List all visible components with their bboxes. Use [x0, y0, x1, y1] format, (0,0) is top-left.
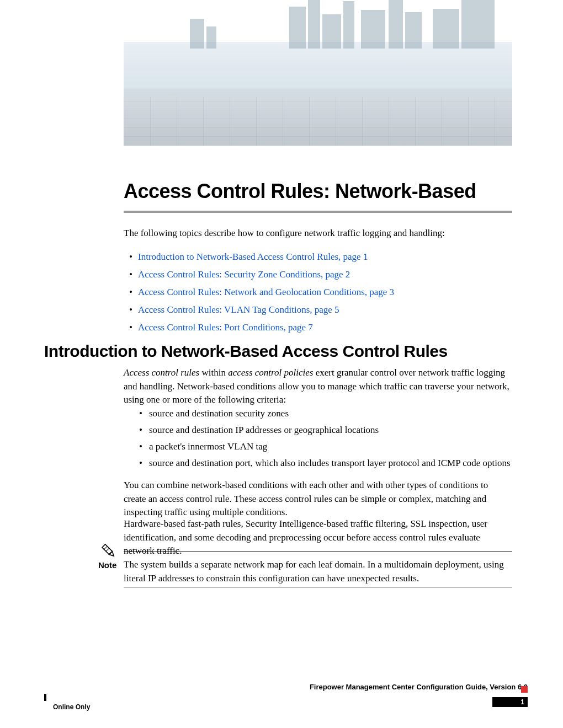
banner-building	[389, 0, 403, 49]
body-paragraph: Access control rules within access contr…	[124, 366, 512, 407]
note-pencil-icon	[100, 543, 117, 559]
intro-text: The following topics describe how to con…	[124, 227, 512, 240]
banner-building	[461, 0, 495, 49]
criteria-item: a packet's innermost VLAN tag	[139, 441, 512, 452]
toc-item: Introduction to Network-Based Access Con…	[124, 251, 512, 263]
page-number: 1	[492, 697, 528, 707]
section-heading: Introduction to Network-Based Access Con…	[44, 342, 512, 361]
note-rule	[124, 552, 512, 552]
body-italic: Access control rules	[124, 367, 199, 378]
footer-left-text: Online Only	[53, 703, 90, 711]
note-rule	[124, 587, 512, 587]
banner-ground	[124, 97, 512, 146]
footer-doc-title: Firepower Management Center Configuratio…	[310, 683, 528, 691]
body-paragraph: You can combine network-based conditions…	[124, 479, 512, 520]
banner-building	[289, 7, 306, 49]
title-block: Access Control Rules: Network-Based	[124, 180, 512, 213]
banner-building	[190, 19, 204, 49]
banner-image	[124, 42, 512, 146]
footer-tick	[44, 694, 46, 701]
banner-building	[405, 12, 422, 49]
title-rule	[124, 211, 512, 213]
criteria-item: source and destination security zones	[139, 408, 512, 419]
svg-marker-1	[109, 552, 115, 558]
body-italic: access control policies	[228, 367, 313, 378]
criteria-list: source and destination security zones so…	[139, 408, 512, 474]
toc-link[interactable]: Access Control Rules: Security Zone Cond…	[138, 269, 350, 280]
banner-skyline	[124, 42, 512, 97]
criteria-item: source and destination IP addresses or g…	[139, 425, 512, 436]
body-text: within	[199, 367, 228, 378]
toc-link[interactable]: Access Control Rules: Network and Geoloc…	[138, 287, 394, 297]
banner-building	[343, 1, 354, 49]
toc-item: Access Control Rules: Port Conditions, p…	[124, 322, 512, 333]
toc-link[interactable]: Introduction to Network-Based Access Con…	[138, 251, 368, 262]
banner-building	[322, 14, 341, 49]
banner-building	[308, 0, 320, 49]
page: Access Control Rules: Network-Based The …	[0, 0, 563, 728]
svg-line-2	[104, 547, 108, 550]
toc-item: Access Control Rules: Network and Geoloc…	[124, 287, 512, 298]
criteria-item: source and destination port, which also …	[139, 458, 512, 469]
toc-link[interactable]: Access Control Rules: VLAN Tag Condition…	[138, 304, 339, 315]
toc-item: Access Control Rules: VLAN Tag Condition…	[124, 304, 512, 315]
toc-list: Introduction to Network-Based Access Con…	[124, 245, 512, 333]
banner-building	[361, 10, 385, 49]
toc-item: Access Control Rules: Security Zone Cond…	[124, 269, 512, 280]
note-label: Note	[98, 560, 116, 570]
toc-link[interactable]: Access Control Rules: Port Conditions, p…	[138, 322, 313, 333]
banner-building	[433, 9, 459, 49]
footer-accent-square	[521, 686, 528, 693]
page-title: Access Control Rules: Network-Based	[124, 180, 512, 203]
banner-building	[206, 26, 216, 49]
svg-line-3	[106, 548, 109, 552]
note-body: The system builds a separate network map…	[124, 558, 512, 585]
